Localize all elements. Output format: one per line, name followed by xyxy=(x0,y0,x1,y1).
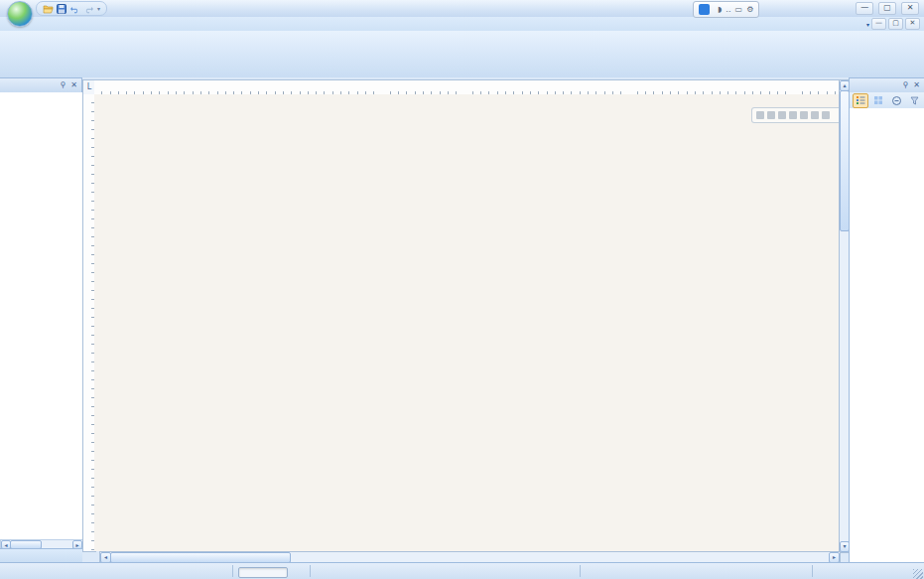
legend-filter-button[interactable] xyxy=(906,93,922,108)
minimize-button[interactable]: — xyxy=(856,2,873,15)
pin-icon[interactable]: ⚲ xyxy=(58,80,68,91)
status-bar xyxy=(0,562,924,579)
legend-panel: ⚲ ✕ xyxy=(849,77,924,562)
ribbon-tab-row: ▾ — ▢ ✕ xyxy=(0,17,924,31)
undo-icon[interactable] xyxy=(69,4,80,14)
ime-halfwidth-icon[interactable]: ◗ xyxy=(718,4,722,15)
map-canvas[interactable] xyxy=(94,94,839,551)
style-dropdown-icon[interactable]: ▾ xyxy=(866,21,869,28)
pin-icon[interactable]: ⚲ xyxy=(900,80,911,91)
ime-punct-icon[interactable]: ‥ xyxy=(726,4,730,15)
save-icon[interactable] xyxy=(57,4,66,14)
ribbon xyxy=(0,31,924,78)
legend-collapse-button[interactable] xyxy=(888,93,904,108)
doc-close-button[interactable]: ✕ xyxy=(905,18,920,30)
legend-list-mode-button[interactable] xyxy=(853,93,868,108)
qat-dropdown-icon[interactable]: ▾ xyxy=(97,5,100,12)
app-logo-icon[interactable] xyxy=(7,1,33,27)
legend-list xyxy=(850,108,924,562)
ime-tools-icon[interactable]: ⚙ xyxy=(746,4,753,15)
close-icon[interactable]: ✕ xyxy=(911,80,922,91)
map-annotations xyxy=(94,94,839,551)
status-progress-bar xyxy=(238,567,288,578)
quick-access-toolbar: ▾ xyxy=(36,1,107,16)
redo-icon[interactable] xyxy=(83,4,94,14)
application-window: ▾ ◗ ‥ ▭ ⚙ — ▢ ✕ ▾ — ▢ ✕ xyxy=(0,0,924,579)
close-icon[interactable]: ✕ xyxy=(68,80,79,91)
resize-grip[interactable] xyxy=(913,569,923,579)
map-overview-toolbar[interactable] xyxy=(751,107,839,123)
close-button[interactable]: ✕ xyxy=(901,2,919,15)
map-view: L ▴ ▾ ◂ ▸ xyxy=(82,77,849,562)
title-bar: ▾ ◗ ‥ ▭ ⚙ — ▢ ✕ xyxy=(0,0,924,18)
ime-keyboard-icon[interactable]: ▭ xyxy=(735,4,743,15)
doc-minimize-button[interactable]: — xyxy=(871,18,886,30)
ribbon-right-controls: ▾ — ▢ ✕ xyxy=(864,18,920,30)
workspace-panel: ⚲ ✕ ◂ ▸ xyxy=(0,77,83,562)
open-icon[interactable] xyxy=(43,4,54,14)
doc-restore-button[interactable]: ▢ xyxy=(888,18,903,30)
window-controls: — ▢ ✕ xyxy=(854,2,919,15)
ime-logo-icon[interactable] xyxy=(699,4,710,15)
legend-toolbar xyxy=(850,92,924,109)
restore-button[interactable]: ▢ xyxy=(878,2,896,15)
workspace-bottom-tabs xyxy=(0,548,82,563)
legend-grid-mode-button[interactable] xyxy=(870,93,886,108)
ime-toolbar[interactable]: ◗ ‥ ▭ ⚙ xyxy=(693,1,759,18)
workspace-tree xyxy=(0,92,83,539)
